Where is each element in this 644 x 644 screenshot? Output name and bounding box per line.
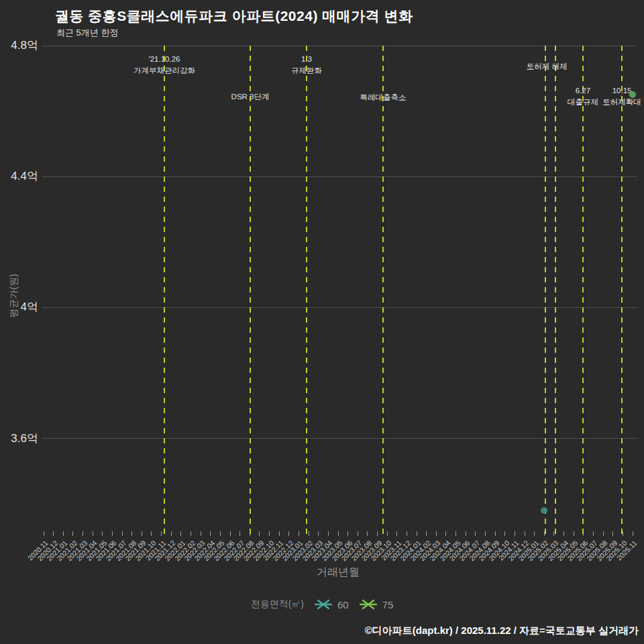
plot-area: 4.8억4.4억4억3.6억2020.112020.122021.012021.… [0, 0, 644, 644]
x-tick [564, 531, 564, 536]
gridline [42, 46, 637, 46]
x-tick [239, 531, 240, 536]
x-tick [347, 531, 348, 536]
event-line [621, 46, 623, 537]
event-line [555, 46, 556, 537]
x-tick [504, 531, 505, 536]
x-tick [142, 531, 142, 536]
x-tick [230, 531, 231, 536]
event-line [250, 46, 251, 537]
x-tick [191, 531, 191, 536]
x-tick [201, 531, 201, 536]
x-tick [269, 531, 270, 536]
x-tick [612, 531, 613, 536]
x-tick [53, 531, 54, 536]
data-point-60 [541, 507, 547, 514]
event-line [382, 46, 384, 537]
x-tick [633, 531, 633, 536]
legend-item-label: 60 [337, 599, 349, 610]
x-tick [210, 531, 211, 536]
x-tick [466, 531, 466, 536]
y-tick-label: 4.4억 [1, 170, 38, 183]
x-tick [358, 531, 358, 536]
event-annotation: 토허제 해제 [480, 61, 614, 72]
x-tick [44, 531, 44, 536]
x-tick [328, 531, 329, 536]
event-annotation: '21.10.26가계부채관리강화 [97, 54, 231, 76]
x-tick [122, 531, 123, 536]
event-annotation: 특례대출축소 [316, 92, 450, 103]
x-tick [318, 531, 319, 536]
x-tick [445, 531, 446, 536]
x-tick [309, 531, 309, 536]
x-tick [93, 531, 93, 536]
x-tick [515, 531, 515, 536]
x-tick [151, 531, 152, 536]
y-tick-label: 3.6억 [1, 432, 38, 445]
x-tick [220, 531, 221, 536]
x-tick [63, 531, 64, 536]
x-tick [131, 531, 132, 536]
x-star-icon [360, 599, 377, 610]
x-tick [417, 531, 417, 536]
x-tick [396, 531, 397, 536]
x-tick [112, 531, 113, 536]
x-tick [161, 531, 162, 536]
x-tick [574, 531, 574, 536]
x-tick [534, 531, 535, 536]
x-tick [367, 531, 368, 536]
legend-item-75: 75 [360, 599, 394, 610]
x-tick [455, 531, 456, 536]
x-tick [102, 531, 103, 536]
x-tick [338, 531, 339, 536]
x-tick [72, 531, 73, 536]
x-tick [475, 531, 476, 536]
x-tick [279, 531, 280, 536]
x-tick [603, 531, 604, 536]
x-tick [525, 531, 525, 536]
x-tick [387, 531, 388, 536]
event-annotation: 1.3규제완화 [239, 54, 374, 76]
x-tick [377, 531, 378, 536]
x-axis-title: 거래년월 [204, 566, 472, 580]
x-tick [259, 531, 260, 536]
gridline [42, 176, 637, 177]
x-tick [171, 531, 172, 536]
event-line [582, 46, 584, 537]
y-axis-title: 평균가(원) [8, 259, 20, 333]
x-tick [180, 531, 181, 536]
credit-footer: ©디아파트(dapt.kr) / 2025.11.22 / 자료=국토교통부 실… [365, 625, 639, 637]
x-tick [83, 531, 83, 536]
y-tick-label: 4.8억 [1, 39, 38, 52]
legend-item-60: 60 [315, 599, 349, 610]
legend-title: 전용면적(㎡) [251, 598, 304, 610]
x-star-icon [315, 599, 332, 610]
legend-item-label: 75 [382, 599, 394, 610]
gridline [42, 307, 637, 308]
x-tick [593, 531, 594, 536]
event-line [164, 46, 165, 537]
legend: 전용면적(㎡) 6075 [0, 598, 644, 610]
x-tick [288, 531, 289, 536]
x-tick [299, 531, 299, 536]
x-tick [485, 531, 486, 536]
event-line [545, 46, 546, 537]
event-line [306, 46, 307, 537]
x-tick [495, 531, 496, 536]
x-tick [407, 531, 407, 536]
x-tick [426, 531, 427, 536]
gridline [42, 438, 637, 439]
x-tick [436, 531, 437, 536]
event-annotation: DSR 3단계 [183, 91, 317, 103]
